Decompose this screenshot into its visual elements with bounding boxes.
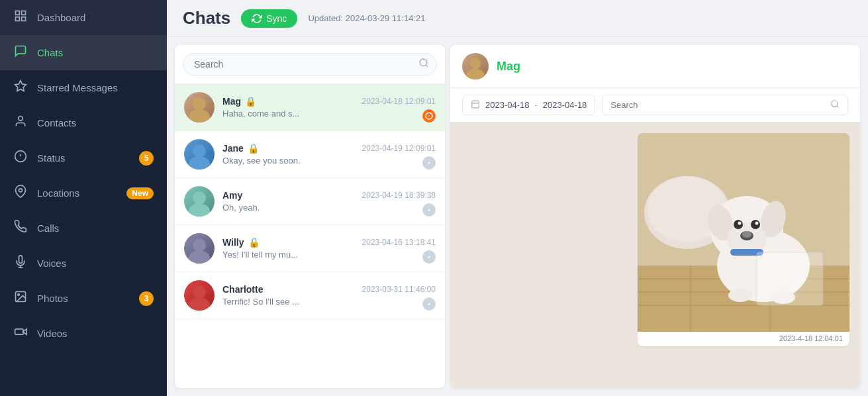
message-area[interactable]: 2023-4-18 12:04:01: [450, 123, 860, 388]
svg-point-55: [751, 220, 760, 229]
sidebar-item-label: Photos: [37, 293, 68, 304]
updated-text: Updated: 2024-03-29 11:14:21: [308, 13, 425, 23]
svg-point-18: [193, 97, 206, 111]
message-search-icon: [830, 99, 840, 111]
chat-preview: Terrific! So I'll see ...: [222, 297, 436, 307]
message-search-input[interactable]: [610, 100, 825, 110]
sidebar: Dashboard Chats Starred Messages Contact…: [0, 0, 167, 396]
chat-indicator-charlotte: [422, 297, 436, 311]
svg-point-57: [755, 222, 759, 225]
sidebar-item-label: Calls: [37, 223, 59, 234]
sidebar-item-dashboard[interactable]: Dashboard: [0, 0, 167, 35]
sidebar-item-status[interactable]: Status 5: [0, 140, 167, 175]
chat-search-bar: [175, 45, 445, 84]
message-search-bar: [602, 95, 848, 115]
chat-info-willy: Willy 🔒 2023-04-16 13:18:41 Yes! I'll te…: [222, 237, 436, 260]
chat-item-charlotte[interactable]: Charlotte 2023-03-31 11:46:00 Terrific! …: [175, 272, 445, 319]
date-from: 2023-04-18: [485, 100, 530, 110]
bubble-content: 2023-4-18 12:04:01: [638, 133, 849, 346]
sidebar-item-label: Voices: [37, 258, 66, 269]
chat-list-panel: Mag 🔒 2023-04-18 12:09:01 Haha, come and…: [175, 45, 445, 388]
svg-point-28: [189, 297, 210, 311]
svg-point-22: [189, 156, 210, 170]
chat-name: Charlotte: [222, 284, 263, 295]
chat-preview: Okay, see you soon.: [222, 156, 436, 166]
sidebar-item-label: Contacts: [37, 117, 76, 128]
sidebar-item-label: Starred Messages: [37, 82, 118, 93]
sidebar-item-label: Status: [37, 152, 66, 164]
date-to: 2023-04-18: [543, 100, 587, 110]
message-bubble: 2023-4-18 12:04:01: [461, 133, 849, 346]
chat-time: 2023-03-31 11:46:00: [362, 285, 436, 294]
svg-point-13: [18, 294, 19, 296]
avatar-amy: [184, 186, 215, 217]
chat-time: 2023-04-16 13:18:41: [362, 238, 436, 247]
svg-point-9: [19, 189, 23, 192]
svg-point-25: [193, 238, 206, 252]
calls-icon: [13, 220, 28, 236]
message-image: [638, 133, 849, 332]
chat-item-amy[interactable]: Amy 2023-04-19 18:39:38 Oh, yeah.: [175, 178, 445, 225]
chat-name: Amy: [222, 190, 242, 201]
chat-time: 2023-04-19 18:39:38: [362, 191, 436, 200]
chat-info-charlotte: Charlotte 2023-03-31 11:46:00 Terrific! …: [222, 284, 436, 307]
svg-rect-2: [16, 17, 20, 21]
avatar-willy: [184, 233, 215, 264]
sidebar-item-calls[interactable]: Calls: [0, 211, 167, 246]
locations-new-badge: New: [126, 187, 154, 199]
chat-name: Mag: [222, 96, 241, 107]
chat-item-jane[interactable]: Jane 🔒 2023-04-19 12:09:01 Okay, see you…: [175, 131, 445, 178]
svg-point-29: [470, 58, 481, 70]
sidebar-item-starred[interactable]: Starred Messages: [0, 70, 167, 105]
chat-name: Jane: [222, 143, 244, 154]
svg-rect-3: [22, 17, 26, 21]
chat-item-willy[interactable]: Willy 🔒 2023-04-16 13:18:41 Yes! I'll te…: [175, 225, 445, 272]
svg-point-26: [189, 250, 210, 264]
sidebar-item-chats[interactable]: Chats: [0, 35, 167, 70]
status-icon: [13, 150, 28, 166]
filter-bar: 2023-04-18 - 2023-04-18: [450, 88, 860, 123]
svg-rect-0: [16, 11, 20, 15]
locations-icon: [13, 185, 28, 201]
star-icon: [13, 79, 28, 96]
sidebar-item-voices[interactable]: Voices: [0, 246, 167, 281]
svg-point-27: [193, 285, 206, 299]
sidebar-item-videos[interactable]: Videos: [0, 316, 167, 351]
svg-line-36: [837, 106, 839, 108]
avatar-charlotte: [184, 280, 215, 311]
chats-icon: [13, 44, 28, 61]
svg-rect-63: [757, 252, 823, 305]
voices-icon: [13, 255, 28, 272]
date-range-picker[interactable]: 2023-04-18 - 2023-04-18: [462, 95, 595, 115]
sync-button[interactable]: Sync: [241, 9, 297, 28]
calendar-icon: [471, 99, 480, 111]
chat-search-button[interactable]: [418, 58, 429, 71]
svg-point-54: [734, 220, 743, 229]
chat-indicator-amy: [422, 203, 436, 217]
sync-label: Sync: [266, 13, 287, 24]
chat-item-mag[interactable]: Mag 🔒 2023-04-18 12:09:01 Haha, come and…: [175, 84, 445, 131]
svg-point-35: [832, 101, 838, 107]
chat-time: 2023-04-19 12:09:01: [362, 144, 436, 153]
sidebar-item-label: Videos: [37, 328, 68, 339]
lock-icon: 🔒: [248, 143, 259, 154]
message-timestamp: 2023-4-18 12:04:01: [638, 332, 849, 346]
main-content: Chats Sync Updated: 2024-03-29 11:14:21: [167, 0, 868, 396]
sidebar-item-locations[interactable]: Locations New: [0, 175, 167, 211]
videos-icon: [13, 325, 28, 342]
sidebar-item-photos[interactable]: Photos 3: [0, 281, 167, 316]
svg-point-60: [728, 289, 752, 302]
avatar-mag: [184, 92, 215, 123]
detail-avatar: [462, 53, 489, 79]
chat-search-input[interactable]: [183, 53, 437, 75]
sidebar-item-label: Locations: [37, 187, 79, 199]
sidebar-item-label: Chats: [37, 47, 63, 58]
chat-info-jane: Jane 🔒 2023-04-19 12:09:01 Okay, see you…: [222, 143, 436, 166]
chat-preview: Oh, yeah.: [222, 203, 436, 213]
date-separator: -: [535, 100, 538, 110]
svg-point-24: [189, 203, 210, 217]
sidebar-item-contacts[interactable]: Contacts: [0, 105, 167, 140]
chat-preview: Yes! I'll tell my mu...: [222, 250, 436, 260]
chat-indicator-mag: [422, 109, 436, 123]
svg-point-56: [738, 222, 742, 225]
